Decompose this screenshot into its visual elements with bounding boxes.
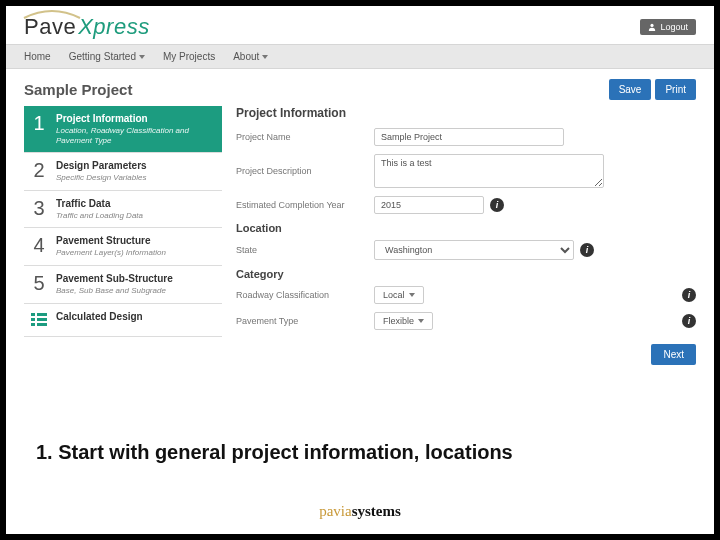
step-pavement-structure[interactable]: 4 Pavement Structure Pavement Layer(s) I… (24, 228, 222, 266)
roadway-dropdown[interactable]: Local (374, 286, 424, 304)
location-heading: Location (236, 222, 696, 234)
logout-button[interactable]: Logout (640, 19, 696, 35)
main-nav: Home Getting Started My Projects About (6, 44, 714, 69)
next-button[interactable]: Next (651, 344, 696, 365)
project-form: Project Information Project Name Project… (236, 106, 696, 338)
info-icon[interactable]: i (490, 198, 504, 212)
step-traffic-data[interactable]: 3 Traffic Data Traffic and Loading Data (24, 191, 222, 229)
user-icon (648, 23, 656, 31)
year-label: Estimated Completion Year (236, 200, 366, 210)
svg-rect-2 (37, 313, 47, 316)
app-logo: Pave Xpress (24, 14, 150, 40)
svg-rect-6 (37, 323, 47, 326)
project-desc-input[interactable]: This is a test (374, 154, 604, 188)
nav-getting-started[interactable]: Getting Started (69, 51, 145, 62)
project-name-label: Project Name (236, 132, 366, 142)
pavement-dropdown[interactable]: Flexible (374, 312, 433, 330)
list-icon (30, 311, 48, 329)
svg-rect-4 (37, 318, 47, 321)
nav-about[interactable]: About (233, 51, 268, 62)
logo-text-2: Xpress (78, 14, 149, 40)
project-name-input[interactable] (374, 128, 564, 146)
steps-sidebar: 1 Project Information Location, Roadway … (24, 106, 222, 338)
chevron-down-icon (262, 55, 268, 59)
svg-rect-1 (31, 313, 35, 316)
year-input[interactable] (374, 196, 484, 214)
svg-point-0 (651, 24, 654, 27)
page-title: Sample Project (24, 81, 132, 98)
step-design-parameters[interactable]: 2 Design Parameters Specific Design Vari… (24, 153, 222, 191)
state-select[interactable]: Washington (374, 240, 574, 260)
footer-brand: paviasystems (6, 503, 714, 520)
project-desc-label: Project Description (236, 166, 366, 176)
nav-my-projects[interactable]: My Projects (163, 51, 215, 62)
info-icon[interactable]: i (580, 243, 594, 257)
chevron-down-icon (418, 319, 424, 323)
state-label: State (236, 245, 366, 255)
print-button[interactable]: Print (655, 79, 696, 100)
step-pavement-substructure[interactable]: 5 Pavement Sub-Structure Base, Sub Base … (24, 266, 222, 304)
svg-rect-3 (31, 318, 35, 321)
form-heading: Project Information (236, 106, 696, 120)
roadway-label: Roadway Classification (236, 290, 366, 300)
pavement-label: Pavement Type (236, 316, 366, 326)
category-heading: Category (236, 268, 696, 280)
chevron-down-icon (139, 55, 145, 59)
nav-home[interactable]: Home (24, 51, 51, 62)
save-button[interactable]: Save (609, 79, 652, 100)
info-icon[interactable]: i (682, 288, 696, 302)
svg-rect-5 (31, 323, 35, 326)
step-calculated-design[interactable]: Calculated Design (24, 304, 222, 337)
chevron-down-icon (409, 293, 415, 297)
slide-caption: 1. Start with general project informatio… (36, 441, 513, 464)
info-icon[interactable]: i (682, 314, 696, 328)
step-project-information[interactable]: 1 Project Information Location, Roadway … (24, 106, 222, 153)
logout-label: Logout (660, 22, 688, 32)
